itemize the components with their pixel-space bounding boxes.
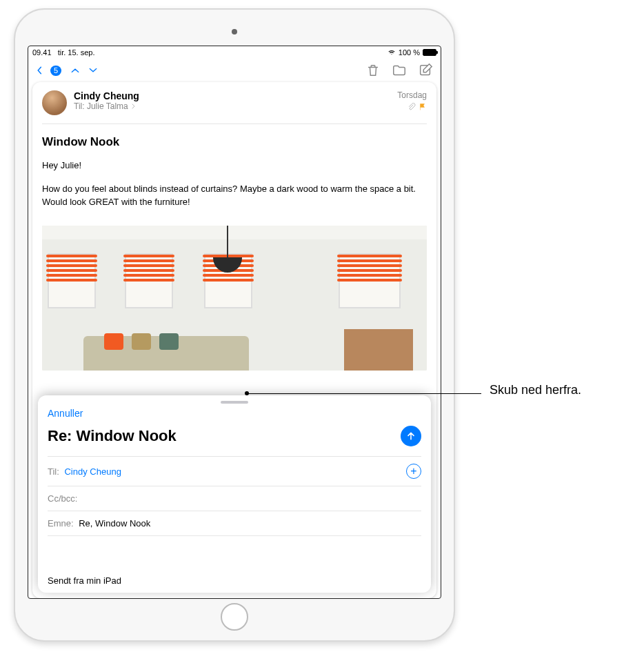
to-field-label: Til: [48,466,59,477]
back-icon[interactable] [35,66,43,75]
screen: 09.41 tir. 15. sep. 100 % 5 [28,46,441,599]
callout-text: Skub ned herfra. [490,383,581,397]
status-bar: 09.41 tir. 15. sep. 100 % [28,46,441,59]
unread-badge[interactable]: 5 [50,66,61,76]
compose-title: Re: Window Nook [48,427,177,445]
message-date: Torsdag [397,90,427,100]
trash-icon[interactable] [365,63,381,78]
grabber-handle[interactable] [221,401,248,404]
compose-sheet: Annuller Re: Window Nook Til: Cindy Cheu… [38,395,431,593]
battery-icon [423,49,436,56]
to-field-value: Cindy Cheung [64,466,121,477]
status-date: tir. 15. sep. [58,48,95,57]
subject-field-value: Re, Window Nook [79,518,150,529]
message-subject: Window Nook [32,130,436,159]
status-time: 09.41 [32,48,52,57]
divider [42,124,427,124]
signature: Sendt fra min iPad [48,575,121,586]
to-field[interactable]: Til: Cindy Cheung + [48,456,421,486]
recipient-name: Julie Talma [87,101,128,111]
battery-text: 100 % [399,48,420,57]
arrow-up-icon [405,431,416,442]
statusbar-left: 09.41 tir. 15. sep. [32,48,95,57]
sender-name[interactable]: Cindy Cheung [74,90,390,101]
chevron-right-icon [130,103,136,109]
add-contact-button[interactable]: + [406,464,421,479]
send-button[interactable] [401,426,421,446]
wifi-icon [388,49,396,56]
body-paragraph: How do you feel about blinds instead of … [42,182,427,209]
statusbar-right: 100 % [388,48,436,57]
avatar[interactable] [42,90,67,115]
attachment-icon [407,103,416,111]
compose-icon[interactable] [417,63,434,78]
camera-dot [232,29,237,34]
subject-field-label: Emne: [48,518,74,529]
prev-message-icon[interactable] [71,66,79,75]
ipad-frame: 09.41 tir. 15. sep. 100 % 5 [14,8,455,642]
callout-line [247,393,481,394]
cc-bcc-label: Cc/bcc: [48,493,77,504]
flag-icon [419,103,427,111]
subject-field[interactable]: Emne: Re, Window Nook [48,511,421,535]
next-message-icon[interactable] [89,66,97,75]
to-label: Til: [74,101,85,111]
message-header: Cindy Cheung Til: Julie Talma Torsdag [32,82,436,118]
message-body: Hey Julie! How do you feel about blinds … [32,159,436,219]
greeting: Hey Julie! [42,159,427,172]
cc-bcc-field[interactable]: Cc/bcc: [48,486,421,511]
to-line[interactable]: Til: Julie Talma [74,101,390,111]
home-button[interactable] [221,603,248,631]
attached-image[interactable] [42,226,427,371]
move-folder-icon[interactable] [391,63,407,78]
mail-navbar: 5 [28,59,441,82]
cancel-button[interactable]: Annuller [48,408,421,426]
